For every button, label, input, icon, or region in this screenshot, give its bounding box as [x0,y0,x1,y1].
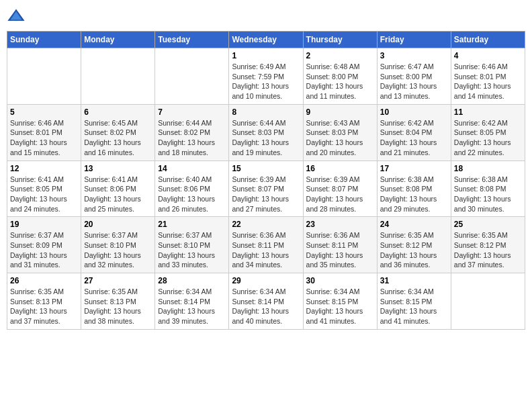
day-number: 30 [306,276,374,285]
calendar-cell: 20Sunrise: 6:37 AMSunset: 8:10 PMDayligh… [81,217,155,273]
calendar-cell: 2Sunrise: 6:48 AMSunset: 8:00 PMDaylight… [303,48,377,105]
day-number: 21 [158,220,226,229]
calendar-cell [155,48,229,105]
day-info: Sunrise: 6:49 AMSunset: 7:59 PMDaylight:… [232,62,300,101]
calendar-week-row: 12Sunrise: 6:41 AMSunset: 8:05 PMDayligh… [7,161,525,217]
day-info: Sunrise: 6:41 AMSunset: 8:06 PMDaylight:… [84,175,152,214]
day-info: Sunrise: 6:42 AMSunset: 8:05 PMDaylight:… [454,118,522,158]
column-header-thursday: Thursday [303,32,377,48]
calendar-cell [81,48,155,105]
calendar-cell: 10Sunrise: 6:42 AMSunset: 8:04 PMDayligh… [377,104,451,161]
day-number: 3 [380,51,448,60]
calendar-cell: 7Sunrise: 6:44 AMSunset: 8:02 PMDaylight… [155,104,229,161]
calendar-cell: 28Sunrise: 6:34 AMSunset: 8:14 PMDayligh… [155,273,229,330]
column-header-tuesday: Tuesday [155,32,229,48]
calendar-cell [451,273,525,330]
calendar-cell: 13Sunrise: 6:41 AMSunset: 8:06 PMDayligh… [81,161,155,217]
day-info: Sunrise: 6:37 AMSunset: 8:10 PMDaylight:… [158,230,226,270]
day-number: 11 [454,107,522,117]
calendar-cell: 25Sunrise: 6:35 AMSunset: 8:12 PMDayligh… [451,217,525,273]
day-number: 25 [454,220,522,229]
day-info: Sunrise: 6:36 AMSunset: 8:11 PMDaylight:… [306,230,374,270]
calendar-cell [7,48,81,105]
day-info: Sunrise: 6:38 AMSunset: 8:08 PMDaylight:… [454,175,522,214]
day-info: Sunrise: 6:46 AMSunset: 8:01 PMDaylight:… [10,118,78,158]
day-number: 20 [84,220,152,229]
day-number: 4 [454,51,522,60]
day-number: 29 [232,276,300,285]
calendar-cell: 22Sunrise: 6:36 AMSunset: 8:11 PMDayligh… [229,217,303,273]
day-number: 16 [306,164,374,173]
calendar-week-row: 5Sunrise: 6:46 AMSunset: 8:01 PMDaylight… [7,104,525,161]
calendar-week-row: 1Sunrise: 6:49 AMSunset: 7:59 PMDaylight… [7,48,525,105]
calendar-cell: 24Sunrise: 6:35 AMSunset: 8:12 PMDayligh… [377,217,451,273]
day-info: Sunrise: 6:44 AMSunset: 8:02 PMDaylight:… [158,118,226,158]
calendar-cell: 17Sunrise: 6:38 AMSunset: 8:08 PMDayligh… [377,161,451,217]
day-info: Sunrise: 6:39 AMSunset: 8:07 PMDaylight:… [232,175,300,214]
day-number: 1 [232,51,300,60]
calendar-cell: 6Sunrise: 6:45 AMSunset: 8:02 PMDaylight… [81,104,155,161]
calendar-cell: 4Sunrise: 6:46 AMSunset: 8:01 PMDaylight… [451,48,525,105]
calendar-week-row: 19Sunrise: 6:37 AMSunset: 8:09 PMDayligh… [7,217,525,273]
logo [7,7,27,26]
day-number: 8 [232,107,300,117]
day-number: 13 [84,164,152,173]
calendar-cell: 5Sunrise: 6:46 AMSunset: 8:01 PMDaylight… [7,104,81,161]
day-info: Sunrise: 6:46 AMSunset: 8:01 PMDaylight:… [454,62,522,101]
calendar-cell: 31Sunrise: 6:34 AMSunset: 8:15 PMDayligh… [377,273,451,330]
calendar-cell: 14Sunrise: 6:40 AMSunset: 8:06 PMDayligh… [155,161,229,217]
day-number: 6 [84,107,152,117]
day-number: 24 [380,220,448,229]
day-number: 22 [232,220,300,229]
day-info: Sunrise: 6:34 AMSunset: 8:14 PMDaylight:… [232,287,300,326]
calendar-cell: 26Sunrise: 6:35 AMSunset: 8:13 PMDayligh… [7,273,81,330]
day-number: 18 [454,164,522,173]
day-info: Sunrise: 6:34 AMSunset: 8:15 PMDaylight:… [380,287,448,326]
calendar-cell: 1Sunrise: 6:49 AMSunset: 7:59 PMDaylight… [229,48,303,105]
calendar-table: SundayMondayTuesdayWednesdayThursdayFrid… [7,31,525,330]
day-number: 7 [158,107,226,117]
day-info: Sunrise: 6:34 AMSunset: 8:14 PMDaylight:… [158,287,226,326]
day-number: 23 [306,220,374,229]
day-info: Sunrise: 6:35 AMSunset: 8:12 PMDaylight:… [380,230,448,270]
day-number: 12 [10,164,78,173]
day-info: Sunrise: 6:40 AMSunset: 8:06 PMDaylight:… [158,175,226,214]
column-header-friday: Friday [377,32,451,48]
day-number: 17 [380,164,448,173]
day-number: 19 [10,220,78,229]
day-info: Sunrise: 6:35 AMSunset: 8:12 PMDaylight:… [454,230,522,270]
day-info: Sunrise: 6:43 AMSunset: 8:03 PMDaylight:… [306,118,374,158]
day-info: Sunrise: 6:44 AMSunset: 8:03 PMDaylight:… [232,118,300,158]
day-number: 27 [84,276,152,285]
calendar-cell: 29Sunrise: 6:34 AMSunset: 8:14 PMDayligh… [229,273,303,330]
day-info: Sunrise: 6:48 AMSunset: 8:00 PMDaylight:… [306,62,374,101]
column-header-sunday: Sunday [7,32,81,48]
day-number: 9 [306,107,374,117]
calendar-cell: 15Sunrise: 6:39 AMSunset: 8:07 PMDayligh… [229,161,303,217]
day-info: Sunrise: 6:36 AMSunset: 8:11 PMDaylight:… [232,230,300,270]
column-header-saturday: Saturday [451,32,525,48]
calendar-cell: 21Sunrise: 6:37 AMSunset: 8:10 PMDayligh… [155,217,229,273]
day-number: 2 [306,51,374,60]
day-info: Sunrise: 6:42 AMSunset: 8:04 PMDaylight:… [380,118,448,158]
day-number: 5 [10,107,78,117]
day-info: Sunrise: 6:35 AMSunset: 8:13 PMDaylight:… [10,287,78,326]
column-header-wednesday: Wednesday [229,32,303,48]
logo-icon [7,7,26,26]
column-header-monday: Monday [81,32,155,48]
day-info: Sunrise: 6:47 AMSunset: 8:00 PMDaylight:… [380,62,448,101]
day-info: Sunrise: 6:41 AMSunset: 8:05 PMDaylight:… [10,175,78,214]
calendar-cell: 9Sunrise: 6:43 AMSunset: 8:03 PMDaylight… [303,104,377,161]
day-number: 10 [380,107,448,117]
calendar-header-row: SundayMondayTuesdayWednesdayThursdayFrid… [7,32,525,48]
calendar-cell: 23Sunrise: 6:36 AMSunset: 8:11 PMDayligh… [303,217,377,273]
day-number: 15 [232,164,300,173]
day-number: 28 [158,276,226,285]
calendar-cell: 3Sunrise: 6:47 AMSunset: 8:00 PMDaylight… [377,48,451,105]
calendar-cell: 30Sunrise: 6:34 AMSunset: 8:15 PMDayligh… [303,273,377,330]
day-info: Sunrise: 6:37 AMSunset: 8:10 PMDaylight:… [84,230,152,270]
calendar-cell: 11Sunrise: 6:42 AMSunset: 8:05 PMDayligh… [451,104,525,161]
calendar-cell: 8Sunrise: 6:44 AMSunset: 8:03 PMDaylight… [229,104,303,161]
day-info: Sunrise: 6:38 AMSunset: 8:08 PMDaylight:… [380,175,448,214]
day-info: Sunrise: 6:45 AMSunset: 8:02 PMDaylight:… [84,118,152,158]
